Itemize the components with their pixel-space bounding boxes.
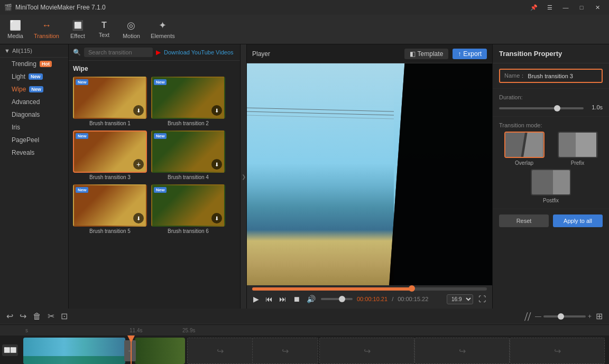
- sidebar-item-reveals[interactable]: Reveals: [0, 146, 68, 159]
- download-btn-4[interactable]: ⬇: [211, 159, 222, 170]
- new-badge-1: New: [76, 79, 88, 85]
- placeholder-clip-2[interactable]: ↪: [252, 338, 318, 364]
- placeholder-clip-4[interactable]: ↪: [414, 338, 510, 364]
- effect-icon: 🔲: [72, 20, 84, 31]
- postfix-thumb[interactable]: [531, 169, 571, 195]
- search-input[interactable]: [84, 48, 153, 57]
- sidebar-item-diagonals[interactable]: Diagonals: [0, 108, 68, 121]
- video-track: ↔ ↪ ↪ ↪ ↪ ↪: [23, 338, 605, 364]
- toolbar-item-elements[interactable]: ✦ Elements: [145, 17, 180, 41]
- prev-button[interactable]: ⏮: [264, 294, 274, 304]
- placeholder-clip-3[interactable]: ↪: [319, 338, 414, 364]
- cut-button[interactable]: ✂: [45, 310, 57, 322]
- timeline-toolbar: ↩ ↪ 🗑 ✂ ⊡ ⧸⧸ — + ⊞: [0, 309, 609, 324]
- undo-button[interactable]: ↩: [4, 310, 15, 322]
- fullscreen-button[interactable]: ⛶: [477, 294, 487, 304]
- video-clip-1[interactable]: [23, 338, 125, 364]
- light-new-badge: New: [29, 73, 43, 80]
- advanced-label: Advanced: [12, 98, 40, 106]
- placeholder-clip-5[interactable]: ↪: [510, 338, 605, 364]
- pin-button[interactable]: 📌: [527, 2, 541, 13]
- play-button[interactable]: ▶: [252, 294, 260, 304]
- sidebar-item-pagepeel[interactable]: PagePeel: [0, 134, 68, 146]
- mode-item-prefix[interactable]: Prefix: [552, 132, 603, 166]
- transition-thumb-3[interactable]: New +: [73, 130, 147, 173]
- minimize-button[interactable]: —: [558, 2, 573, 13]
- video-clip-2[interactable]: [135, 338, 185, 364]
- volume-slider[interactable]: [321, 298, 353, 300]
- crop-button[interactable]: ⊡: [59, 310, 70, 322]
- sidebar-item-light[interactable]: Light New: [0, 70, 68, 83]
- sidebar-item-iris[interactable]: Iris: [0, 121, 68, 134]
- transition-thumb-6[interactable]: New ⬇: [151, 184, 225, 227]
- main-toolbar: ⬜ Media ↔ Transition 🔲 Effect T Text ◎ M…: [0, 15, 609, 44]
- split-button[interactable]: ⧸⧸: [522, 311, 533, 322]
- progress-bar[interactable]: [252, 287, 487, 291]
- mode-item-overlap[interactable]: Overlap: [499, 132, 549, 166]
- list-item[interactable]: New ⬇ Brush transition 1: [73, 77, 147, 126]
- download-btn-5[interactable]: ⬇: [133, 213, 144, 223]
- timeline-playhead[interactable]: [131, 335, 132, 364]
- transition-thumb-1[interactable]: New ⬇: [73, 77, 147, 119]
- mode-item-postfix[interactable]: Postfix: [499, 169, 603, 203]
- next-button[interactable]: ⏭: [278, 294, 288, 304]
- list-item[interactable]: New ⬇ Brush transition 4: [151, 130, 225, 180]
- sidebar-item-trending[interactable]: Trending Hot: [0, 58, 68, 70]
- fit-button[interactable]: ⊞: [594, 310, 605, 322]
- download-btn-6[interactable]: ⬇: [211, 213, 222, 223]
- transition-thumb-5[interactable]: New ⬇: [73, 184, 147, 227]
- progress-handle[interactable]: [409, 285, 415, 292]
- all-transitions-header[interactable]: ▼ All(115): [0, 44, 68, 58]
- placeholder-clip-1[interactable]: ↪: [187, 338, 253, 364]
- search-icon: 🔍: [73, 49, 81, 56]
- list-item[interactable]: New + Brush transition 3: [73, 130, 147, 180]
- redo-button[interactable]: ↪: [17, 310, 29, 322]
- arrow-icon-5: ↪: [554, 346, 561, 356]
- transition-thumb-4[interactable]: New ⬇: [151, 130, 225, 173]
- mode-section: Transition mode: Overlap: [493, 117, 609, 209]
- overlap-thumb[interactable]: [504, 132, 545, 158]
- duration-value: 1.0s: [588, 104, 603, 110]
- toolbar-item-transition[interactable]: ↔ Transition: [29, 18, 64, 41]
- list-item[interactable]: New ⬇ Brush transition 5: [73, 184, 147, 234]
- triangle-icon: ▼: [4, 48, 10, 54]
- toolbar-item-motion[interactable]: ◎ Motion: [117, 17, 145, 41]
- progress-fill: [252, 287, 412, 291]
- titlebar-left: 🎬 MiniTool MovieMaker Free 7.1.0: [4, 4, 106, 11]
- trending-label: Trending: [12, 60, 36, 68]
- template-button[interactable]: ◧ Template: [404, 49, 449, 59]
- player-title: Player: [252, 50, 270, 58]
- apply-to-all-button[interactable]: Apply to all: [553, 214, 603, 227]
- reset-button[interactable]: Reset: [499, 214, 549, 227]
- postfix-label: Postfix: [543, 198, 559, 203]
- delete-button[interactable]: 🗑: [31, 310, 43, 322]
- transition-thumb-2[interactable]: New ⬇: [151, 77, 225, 119]
- stop-button[interactable]: ⏹: [292, 294, 301, 304]
- transition-clip-1[interactable]: ↔: [124, 340, 136, 361]
- toolbar-item-effect[interactable]: 🔲 Effect: [64, 17, 91, 41]
- prefix-thumb[interactable]: [558, 132, 598, 158]
- transition-label-2: Brush transition 2: [151, 120, 225, 126]
- transition-label-1: Brush transition 1: [73, 120, 147, 126]
- menu-button[interactable]: ☰: [542, 2, 557, 13]
- light-label: Light: [12, 73, 25, 80]
- sidebar-item-advanced[interactable]: Advanced: [0, 96, 68, 108]
- list-item[interactable]: New ⬇ Brush transition 6: [151, 184, 225, 234]
- export-button[interactable]: ↑ Export: [453, 49, 487, 59]
- aspect-ratio-select[interactable]: 16:9 9:16 4:3 1:1: [447, 294, 473, 304]
- download-btn-1[interactable]: ⬇: [133, 105, 144, 116]
- list-item[interactable]: New ⬇ Brush transition 2: [151, 77, 225, 126]
- download-btn-2[interactable]: ⬇: [211, 105, 222, 116]
- toolbar-item-media[interactable]: ⬜ Media: [2, 17, 29, 41]
- close-button[interactable]: ✕: [590, 2, 605, 13]
- volume-button[interactable]: 🔊: [306, 294, 317, 304]
- timeline: s 11.4s 25.9s ↔ ↪: [0, 324, 609, 364]
- maximize-button[interactable]: □: [574, 2, 589, 13]
- scroll-divider[interactable]: ❯: [241, 44, 247, 309]
- zoom-slider[interactable]: [543, 315, 586, 318]
- download-youtube-link[interactable]: Download YouTube Videos: [164, 49, 234, 55]
- sidebar-item-wipe[interactable]: Wipe New: [0, 83, 68, 96]
- add-btn-3[interactable]: +: [133, 159, 144, 170]
- toolbar-item-text[interactable]: T Text: [91, 18, 117, 40]
- duration-slider[interactable]: [499, 107, 584, 109]
